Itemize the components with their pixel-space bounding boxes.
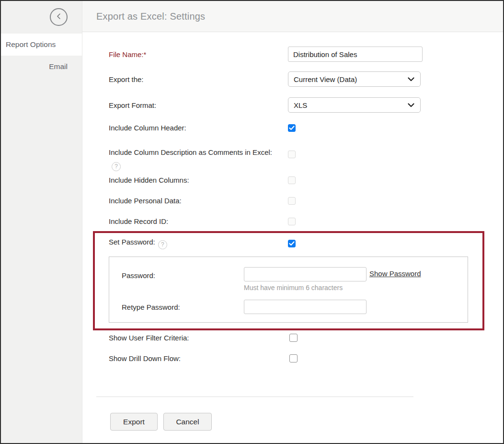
footer-divider: [96, 397, 413, 397]
include-personal-data-label: Include Personal Data:: [109, 197, 288, 205]
show-drill-down-label: Show Drill Down Flow:: [109, 354, 289, 362]
export-format-row: Export Format: XLS: [109, 97, 503, 113]
include-column-description-label: Include Column Description as Comments i…: [109, 147, 288, 171]
set-password-row: Set Password:?: [109, 238, 503, 249]
sidebar-item-report-options[interactable]: Report Options: [1, 34, 82, 56]
settings-form: File Name:* Export the: Current View (Da…: [83, 33, 503, 443]
include-column-header-checkbox[interactable]: [288, 124, 296, 132]
include-record-id-label: Include Record ID:: [109, 217, 288, 225]
include-hidden-columns-label: Include Hidden Columns:: [109, 176, 288, 184]
check-icon: [289, 124, 295, 132]
set-password-label: Set Password:?: [109, 238, 288, 249]
chevron-left-icon: [55, 12, 63, 22]
include-column-description-row: Include Column Description as Comments i…: [109, 147, 503, 171]
show-user-filter-label: Show User Filter Criteria:: [109, 334, 289, 342]
retype-password-label: Retype Password:: [122, 303, 180, 311]
show-drill-down-checkbox[interactable]: [289, 354, 298, 362]
help-icon[interactable]: ?: [112, 162, 121, 171]
sidebar-item-email[interactable]: Email: [1, 56, 82, 78]
sidebar: Report Options Email: [1, 1, 82, 443]
file-name-label: File Name:*: [109, 50, 288, 58]
sidebar-item-label: Email: [49, 62, 68, 71]
file-name-row: File Name:*: [109, 47, 503, 62]
export-format-select[interactable]: XLS: [288, 97, 421, 113]
export-view-select[interactable]: Current View (Data): [288, 71, 421, 87]
select-value: Current View (Data): [294, 75, 357, 83]
export-button[interactable]: Export: [110, 413, 158, 431]
dialog-header: Export as Excel: Settings: [82, 1, 503, 32]
include-record-id-checkbox[interactable]: [288, 218, 296, 225]
export-format-label: Export Format:: [109, 101, 288, 109]
include-column-header-row: Include Column Header:: [109, 124, 503, 132]
chevron-down-icon: [408, 75, 414, 83]
password-panel: Password: Show Password Must have minimu…: [109, 257, 468, 323]
password-input[interactable]: [244, 267, 367, 281]
file-name-input[interactable]: [288, 47, 423, 62]
set-password-checkbox[interactable]: [288, 240, 296, 247]
back-button[interactable]: [50, 8, 68, 26]
export-the-label: Export the:: [109, 75, 288, 83]
export-the-row: Export the: Current View (Data): [109, 71, 503, 87]
include-column-header-label: Include Column Header:: [109, 124, 288, 132]
include-record-id-row: Include Record ID:: [109, 217, 503, 225]
select-value: XLS: [294, 101, 307, 109]
include-hidden-columns-row: Include Hidden Columns:: [109, 176, 503, 184]
sidebar-item-label: Report Options: [6, 40, 56, 49]
password-label: Password:: [122, 271, 155, 280]
show-drill-down-row: Show Drill Down Flow:: [109, 354, 503, 362]
include-hidden-columns-checkbox[interactable]: [288, 176, 296, 184]
page-title: Export as Excel: Settings: [96, 11, 205, 22]
help-icon[interactable]: ?: [158, 240, 167, 249]
include-personal-data-row: Include Personal Data:: [109, 197, 503, 205]
password-hint: Must have minimum 6 characters: [244, 284, 343, 292]
check-icon: [289, 239, 295, 248]
show-password-link[interactable]: Show Password: [369, 269, 421, 278]
include-column-description-checkbox[interactable]: [288, 151, 296, 158]
include-personal-data-checkbox[interactable]: [288, 197, 296, 205]
chevron-down-icon: [408, 101, 414, 109]
show-user-filter-row: Show User Filter Criteria:: [109, 334, 503, 342]
cancel-button[interactable]: Cancel: [163, 413, 212, 431]
retype-password-input[interactable]: [244, 300, 367, 314]
show-user-filter-checkbox[interactable]: [289, 334, 298, 342]
export-settings-window: Report Options Email Export as Excel: Se…: [0, 0, 504, 444]
